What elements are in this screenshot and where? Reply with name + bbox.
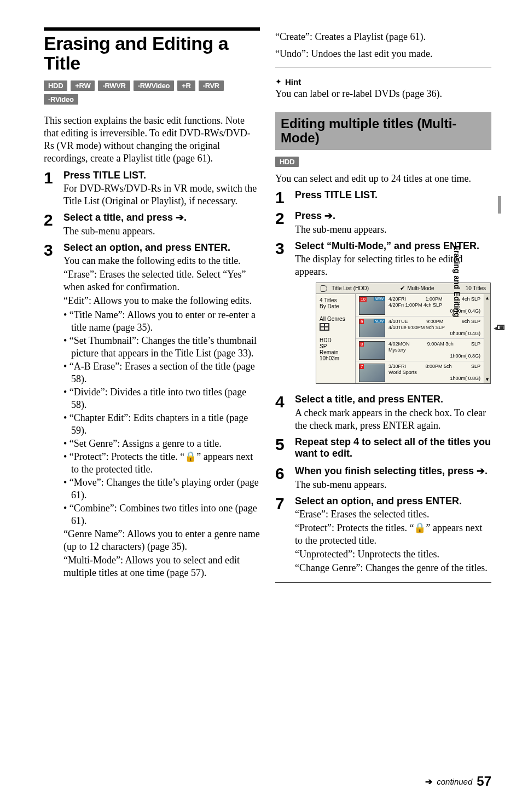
step-head: Repeat step 4 to select all of the title… <box>295 436 491 460</box>
intro-text: This section explains the basic edit fun… <box>44 114 260 165</box>
bullet: “Title Name”: Allows you to enter or re-… <box>63 309 260 334</box>
step-body: “Erase”: Erases the selected titles. “Pr… <box>295 508 491 574</box>
bullet: “Combine”: Combines two titles into one … <box>63 502 260 527</box>
step-number: 4 <box>275 394 288 432</box>
edit-bullets: “Title Name”: Allows you to enter or re-… <box>63 309 260 528</box>
side-tab-label: Erasing and Editing <box>453 245 461 317</box>
row-time: 1:00PM <box>425 296 442 302</box>
badge-plusr: +R <box>177 80 195 91</box>
badge-minusrvr: -RVR <box>199 80 224 91</box>
row-num: 8 <box>359 342 364 347</box>
row-line2: 4/20Fri 1:00PM 4ch SLP <box>388 302 480 308</box>
row-line2: World Sports <box>388 370 480 376</box>
bullet: “Divide”: Divides a title into two title… <box>63 386 260 411</box>
badge-hdd: HDD <box>275 157 299 167</box>
tl-side-count: 4 Titles <box>320 297 352 303</box>
hint-row: ✦ Hint <box>275 77 491 87</box>
side-tab-mark <box>498 196 501 214</box>
grid-icon <box>320 323 329 331</box>
step-head: Select an option, and press ENTER. <box>63 242 260 254</box>
row-line2: 4/10Tue 9:00PM 9ch SLP <box>388 325 480 331</box>
step-number: 3 <box>44 242 57 580</box>
row-num: 9 <box>359 319 364 324</box>
chevron-up-icon: ▴ <box>486 294 489 302</box>
step-body-line: “Erase”: Erases the selected titles. <box>295 508 491 521</box>
badge-hdd: HDD <box>44 80 67 91</box>
arrow-right-icon: ➔ <box>425 776 432 787</box>
hint-icon: ✦ <box>275 77 282 87</box>
thumbnail: 8 <box>359 341 385 360</box>
table-row: 7 3/30FRI8:00PM 5chSLP World Sports 1h00… <box>356 361 484 383</box>
sub-intro: You can select and edit up to 24 titles … <box>275 172 491 185</box>
step-number: 1 <box>44 170 57 208</box>
step-number: 5 <box>275 436 288 461</box>
title-list-header: Title List (HDD) ✔Multi-Mode 10 Titles <box>316 283 490 294</box>
step-body-line: “Genre Name”: Allows you to enter a genr… <box>63 528 260 553</box>
tl-side-disc: HDD <box>320 337 352 343</box>
row-num: 7 <box>359 364 364 369</box>
step-body: The sub-menu appears. <box>295 479 491 491</box>
tl-side-mode: SP <box>320 343 352 349</box>
bullet: “Chapter Edit”: Edits chapters in a titl… <box>63 412 260 437</box>
row-size: 0h30m( 0.4G) <box>388 331 480 337</box>
check-icon: ✔ <box>400 285 405 292</box>
row-size: 0h30m( 0.4G) <box>388 308 480 314</box>
left-column: Erasing and Editing a Title HDD +RW -RWV… <box>44 27 260 589</box>
table-row: 10NEW 4/20FRI1:00PM4ch SLP 4/20Fri 1:00P… <box>356 294 484 316</box>
step-body-line: “Edit”: Allows you to make the following… <box>63 295 260 307</box>
new-badge: NEW <box>374 319 385 323</box>
divider <box>275 582 491 583</box>
tl-header-left: Title List (HDD) <box>332 285 369 291</box>
row-time: 9:00AM 3ch <box>427 341 454 347</box>
badge-minusrwvideo: -RWVideo <box>134 80 175 91</box>
bullet: “Set Thumbnail”: Changes the title’s thu… <box>63 335 260 360</box>
tl-side-remain-label: Remain <box>320 349 352 355</box>
row-ch: 9ch SLP <box>462 319 480 325</box>
divider <box>44 27 260 31</box>
row-date: 3/30FRI <box>388 364 406 370</box>
step-body-line: You can make the following edits to the … <box>63 255 260 267</box>
step-number: 6 <box>275 465 288 491</box>
thumbnail: 10NEW <box>359 296 385 315</box>
row-ch: SLP <box>471 364 480 370</box>
row-line2: Mystery <box>388 347 480 353</box>
subsection-bar: Editing multiple titles (Multi-Mode) <box>275 112 491 150</box>
top-line: “Undo”: Undoes the last edit you made. <box>275 48 491 60</box>
row-ch: 4ch SLP <box>462 296 480 302</box>
step-body-line: “Unprotected”: Unprotects the titles. <box>295 548 491 561</box>
bullet: “Protect”: Protects the title. “🔒” appea… <box>63 451 260 476</box>
tl-header-right: 10 Titles <box>466 285 486 291</box>
step-number: 1 <box>275 189 288 206</box>
step-head: Press ➔. <box>295 210 491 222</box>
step-body: You can make the following edits to the … <box>63 255 260 579</box>
step-body: The sub-menu appears. <box>295 223 491 236</box>
tl-header-mid: Multi-Mode <box>407 285 434 291</box>
disc-icon <box>321 285 327 292</box>
page-number: 57 <box>477 774 491 789</box>
steps-left: 1 Press TITLE LIST. For DVD-RWs/DVD-Rs i… <box>44 170 260 581</box>
step-head: Select a title, and press ➔. <box>63 212 260 224</box>
step-body-line: “Protect”: Protects the titles. “🔒” appe… <box>295 522 491 547</box>
step-head: When you finish selecting titles, press … <box>295 465 491 477</box>
step-body-line: “Multi-Mode”: Allows you to select and e… <box>63 554 260 579</box>
thumbnail: 9NEW <box>359 319 385 337</box>
stop-callout-icon <box>497 325 504 330</box>
step-number: 3 <box>275 240 288 390</box>
scrollbar: ▴▾ <box>484 294 490 383</box>
step-body-line: “Change Genre”: Changes the genre of the… <box>295 562 491 574</box>
thumbnail: 7 <box>359 364 385 382</box>
side-tab: Erasing and Editing <box>489 196 501 284</box>
bullet: “Move”: Changes the title’s playing orde… <box>63 476 260 502</box>
continued-label: continued <box>437 777 472 786</box>
step-body-line: “Erase”: Erases the selected title. Sele… <box>63 268 260 293</box>
row-size: 1h00m( 0.8G) <box>388 353 480 359</box>
chevron-down-icon: ▾ <box>486 376 489 383</box>
tl-side-remain: 10h03m <box>320 355 352 361</box>
step-body: For DVD-RWs/DVD-Rs in VR mode, switch th… <box>63 182 260 208</box>
table-row: 9NEW 4/10TUE9:00PM9ch SLP 4/10Tue 9:00PM… <box>356 316 484 339</box>
hint-text: You can label or re-label DVDs (page 36)… <box>275 88 491 100</box>
title-list-screenshot: Title List (HDD) ✔Multi-Mode 10 Titles 4… <box>316 283 491 384</box>
row-size: 1h00m( 0.8G) <box>388 376 480 382</box>
section-title: Erasing and Editing a Title <box>44 34 260 73</box>
row-ch: SLP <box>471 341 480 347</box>
